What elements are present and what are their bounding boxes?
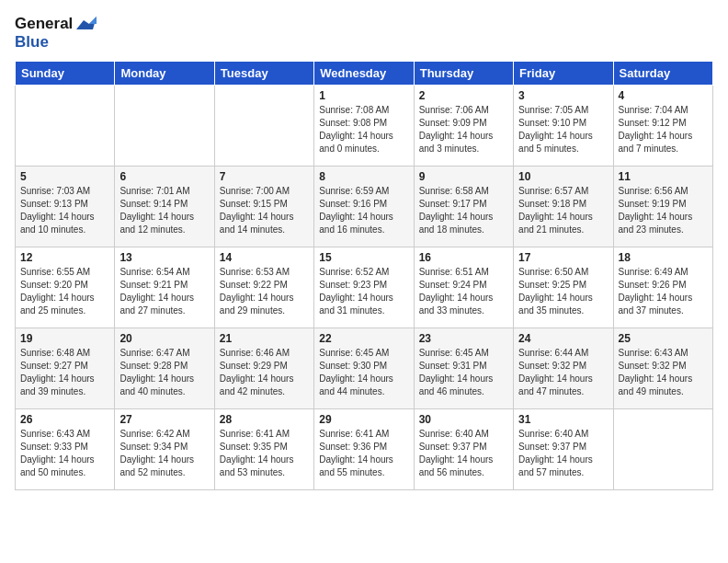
day-info: Sunrise: 7:04 AMSunset: 9:12 PMDaylight:… — [619, 104, 708, 155]
day-number: 13 — [119, 251, 209, 264]
svg-marker-1 — [89, 17, 97, 24]
day-info: Sunrise: 7:01 AMSunset: 9:14 PMDaylight:… — [119, 185, 209, 236]
day-number: 4 — [619, 89, 708, 102]
day-number: 1 — [319, 89, 408, 102]
day-info: Sunrise: 6:43 AMSunset: 9:33 PMDaylight:… — [20, 428, 109, 479]
day-number: 22 — [319, 332, 408, 345]
weekday-header-tuesday: Tuesday — [214, 62, 313, 86]
day-number: 16 — [419, 251, 508, 264]
weekday-header-sunday: Sunday — [16, 62, 115, 86]
weekday-header-saturday: Saturday — [613, 62, 712, 86]
day-number: 6 — [119, 170, 209, 183]
day-cell: 2Sunrise: 7:06 AMSunset: 9:09 PMDaylight… — [414, 86, 513, 167]
day-number: 7 — [220, 170, 309, 183]
day-cell: 23Sunrise: 6:45 AMSunset: 9:31 PMDayligh… — [414, 328, 513, 409]
day-number: 30 — [419, 413, 508, 426]
weekday-header-friday: Friday — [514, 62, 613, 86]
day-number: 31 — [518, 413, 608, 426]
day-info: Sunrise: 6:47 AMSunset: 9:28 PMDaylight:… — [119, 347, 209, 398]
day-number: 29 — [319, 413, 408, 426]
day-info: Sunrise: 6:41 AMSunset: 9:35 PMDaylight:… — [220, 428, 309, 479]
day-number: 12 — [20, 251, 109, 264]
day-info: Sunrise: 6:40 AMSunset: 9:37 PMDaylight:… — [518, 428, 608, 479]
calendar: SundayMondayTuesdayWednesdayThursdayFrid… — [15, 61, 713, 490]
week-row-3: 12Sunrise: 6:55 AMSunset: 9:20 PMDayligh… — [16, 247, 713, 328]
day-cell — [16, 86, 115, 167]
logo: General Blue — [15, 15, 97, 52]
day-number: 14 — [220, 251, 309, 264]
day-info: Sunrise: 7:08 AMSunset: 9:08 PMDaylight:… — [319, 104, 408, 155]
week-row-5: 26Sunrise: 6:43 AMSunset: 9:33 PMDayligh… — [16, 409, 713, 490]
day-cell: 18Sunrise: 6:49 AMSunset: 9:26 PMDayligh… — [613, 247, 712, 328]
day-info: Sunrise: 6:51 AMSunset: 9:24 PMDaylight:… — [419, 266, 508, 317]
week-row-4: 19Sunrise: 6:48 AMSunset: 9:27 PMDayligh… — [16, 328, 713, 409]
day-number: 24 — [518, 332, 608, 345]
week-row-2: 5Sunrise: 7:03 AMSunset: 9:13 PMDaylight… — [16, 167, 713, 247]
day-cell: 1Sunrise: 7:08 AMSunset: 9:08 PMDaylight… — [314, 86, 414, 167]
day-number: 10 — [518, 170, 608, 183]
day-cell: 26Sunrise: 6:43 AMSunset: 9:33 PMDayligh… — [16, 409, 115, 490]
day-info: Sunrise: 6:56 AMSunset: 9:19 PMDaylight:… — [619, 185, 708, 236]
logo-general: General — [15, 15, 73, 33]
weekday-header-row: SundayMondayTuesdayWednesdayThursdayFrid… — [16, 62, 713, 86]
day-cell: 7Sunrise: 7:00 AMSunset: 9:15 PMDaylight… — [214, 167, 313, 247]
header: General Blue — [15, 15, 713, 52]
day-info: Sunrise: 6:43 AMSunset: 9:32 PMDaylight:… — [619, 347, 708, 398]
day-number: 23 — [419, 332, 508, 345]
day-cell: 12Sunrise: 6:55 AMSunset: 9:20 PMDayligh… — [16, 247, 115, 328]
day-cell: 13Sunrise: 6:54 AMSunset: 9:21 PMDayligh… — [115, 247, 214, 328]
day-cell: 28Sunrise: 6:41 AMSunset: 9:35 PMDayligh… — [214, 409, 313, 490]
day-cell: 22Sunrise: 6:45 AMSunset: 9:30 PMDayligh… — [314, 328, 414, 409]
logo-blue: Blue — [15, 33, 49, 51]
weekday-header-wednesday: Wednesday — [314, 62, 414, 86]
day-info: Sunrise: 6:52 AMSunset: 9:23 PMDaylight:… — [319, 266, 408, 317]
day-cell: 8Sunrise: 6:59 AMSunset: 9:16 PMDaylight… — [314, 167, 414, 247]
day-number: 28 — [220, 413, 309, 426]
day-number: 27 — [119, 413, 209, 426]
day-number: 18 — [619, 251, 708, 264]
day-cell: 5Sunrise: 7:03 AMSunset: 9:13 PMDaylight… — [16, 167, 115, 247]
day-number: 2 — [419, 89, 508, 102]
day-number: 26 — [20, 413, 109, 426]
day-cell: 15Sunrise: 6:52 AMSunset: 9:23 PMDayligh… — [314, 247, 414, 328]
day-cell: 17Sunrise: 6:50 AMSunset: 9:25 PMDayligh… — [514, 247, 613, 328]
week-row-1: 1Sunrise: 7:08 AMSunset: 9:08 PMDaylight… — [16, 86, 713, 167]
day-cell: 30Sunrise: 6:40 AMSunset: 9:37 PMDayligh… — [414, 409, 513, 490]
day-number: 5 — [20, 170, 109, 183]
day-info: Sunrise: 7:00 AMSunset: 9:15 PMDaylight:… — [220, 185, 309, 236]
day-cell: 6Sunrise: 7:01 AMSunset: 9:14 PMDaylight… — [115, 167, 214, 247]
day-cell: 31Sunrise: 6:40 AMSunset: 9:37 PMDayligh… — [514, 409, 613, 490]
day-info: Sunrise: 6:45 AMSunset: 9:30 PMDaylight:… — [319, 347, 408, 398]
logo-bird-icon — [76, 17, 97, 31]
day-cell: 10Sunrise: 6:57 AMSunset: 9:18 PMDayligh… — [514, 167, 613, 247]
day-info: Sunrise: 6:44 AMSunset: 9:32 PMDaylight:… — [518, 347, 608, 398]
day-number: 11 — [619, 170, 708, 183]
day-info: Sunrise: 6:59 AMSunset: 9:16 PMDaylight:… — [319, 185, 408, 236]
day-info: Sunrise: 7:06 AMSunset: 9:09 PMDaylight:… — [419, 104, 508, 155]
day-number: 20 — [119, 332, 209, 345]
day-info: Sunrise: 6:40 AMSunset: 9:37 PMDaylight:… — [419, 428, 508, 479]
day-info: Sunrise: 6:49 AMSunset: 9:26 PMDaylight:… — [619, 266, 708, 317]
day-info: Sunrise: 6:54 AMSunset: 9:21 PMDaylight:… — [119, 266, 209, 317]
day-cell: 29Sunrise: 6:41 AMSunset: 9:36 PMDayligh… — [314, 409, 414, 490]
day-cell: 11Sunrise: 6:56 AMSunset: 9:19 PMDayligh… — [613, 167, 712, 247]
day-number: 17 — [518, 251, 608, 264]
day-number: 8 — [319, 170, 408, 183]
weekday-header-monday: Monday — [115, 62, 214, 86]
day-cell: 20Sunrise: 6:47 AMSunset: 9:28 PMDayligh… — [115, 328, 214, 409]
day-cell: 19Sunrise: 6:48 AMSunset: 9:27 PMDayligh… — [16, 328, 115, 409]
day-info: Sunrise: 6:42 AMSunset: 9:34 PMDaylight:… — [119, 428, 209, 479]
day-info: Sunrise: 7:03 AMSunset: 9:13 PMDaylight:… — [20, 185, 109, 236]
day-info: Sunrise: 6:55 AMSunset: 9:20 PMDaylight:… — [20, 266, 109, 317]
day-cell: 16Sunrise: 6:51 AMSunset: 9:24 PMDayligh… — [414, 247, 513, 328]
day-cell: 4Sunrise: 7:04 AMSunset: 9:12 PMDaylight… — [613, 86, 712, 167]
day-cell: 9Sunrise: 6:58 AMSunset: 9:17 PMDaylight… — [414, 167, 513, 247]
day-number: 3 — [518, 89, 608, 102]
day-number: 21 — [220, 332, 309, 345]
day-info: Sunrise: 6:53 AMSunset: 9:22 PMDaylight:… — [220, 266, 309, 317]
day-number: 9 — [419, 170, 508, 183]
day-cell: 27Sunrise: 6:42 AMSunset: 9:34 PMDayligh… — [115, 409, 214, 490]
day-number: 15 — [319, 251, 408, 264]
day-cell — [613, 409, 712, 490]
day-info: Sunrise: 6:45 AMSunset: 9:31 PMDaylight:… — [419, 347, 508, 398]
